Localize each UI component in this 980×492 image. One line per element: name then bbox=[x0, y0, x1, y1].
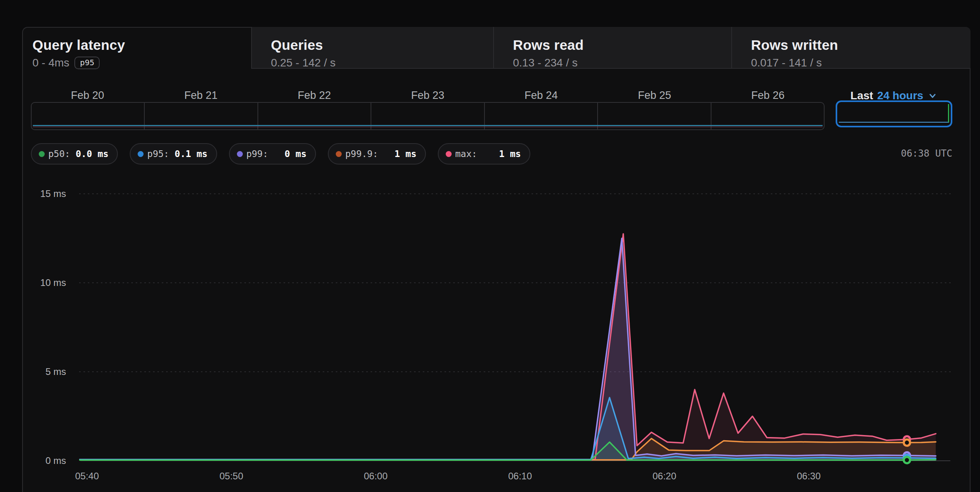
x-tick-label: 06:20 bbox=[653, 471, 676, 481]
legend-label: max: bbox=[455, 149, 477, 159]
date-label: Feb 20 bbox=[71, 89, 104, 102]
legend-pill-p50[interactable]: p50: 0.0 ms bbox=[31, 143, 118, 165]
series-marker-p99-9 bbox=[904, 439, 910, 446]
date-label: Feb 23 bbox=[411, 89, 444, 102]
range-sparkline-p95 bbox=[839, 122, 949, 123]
tab-title: Queries bbox=[271, 37, 493, 53]
tab-rows-read[interactable]: Rows read0.13 - 234 / s bbox=[493, 27, 731, 69]
current-time-label: 06:38 UTC bbox=[901, 148, 952, 159]
series-line-p99 bbox=[80, 238, 936, 460]
strip-sparkline-p95 bbox=[33, 125, 823, 126]
legend-pill-p95[interactable]: p95: 0.1 ms bbox=[130, 143, 217, 165]
y-tick-label: 0 ms bbox=[45, 455, 66, 466]
legend-value: 1 ms bbox=[477, 149, 521, 159]
legend-label: p50: bbox=[48, 149, 70, 159]
series-dot-icon bbox=[138, 151, 144, 157]
series-area-p99 bbox=[80, 238, 936, 461]
tab-queries[interactable]: Queries0.25 - 142 / s bbox=[251, 27, 493, 69]
y-tick-label: 5 ms bbox=[45, 366, 66, 377]
legend-label: p99: bbox=[246, 149, 268, 159]
x-tick-label: 05:50 bbox=[219, 471, 243, 481]
tab-rows-written[interactable]: Rows written0.017 - 141 / s bbox=[731, 27, 971, 69]
series-dot-icon bbox=[39, 151, 45, 157]
series-marker-p50 bbox=[904, 457, 910, 463]
chevron-down-icon bbox=[927, 91, 938, 101]
percentile-badge: p95 bbox=[74, 57, 100, 69]
x-tick-label: 06:10 bbox=[508, 471, 532, 481]
tab-subtitle: 0.017 - 141 / s bbox=[751, 57, 822, 69]
strip-sparkline-max bbox=[33, 127, 823, 127]
tab-title: Rows written bbox=[751, 37, 971, 53]
tab-subtitle: 0 - 4ms bbox=[32, 57, 69, 69]
x-tick-label: 06:30 bbox=[797, 471, 821, 481]
legend-pill-p99-9[interactable]: p99.9: 1 ms bbox=[328, 143, 426, 165]
legend-value: 0 ms bbox=[268, 149, 306, 159]
legend-value: 0.0 ms bbox=[70, 149, 108, 159]
y-tick-label: 15 ms bbox=[40, 188, 66, 199]
latency-chart[interactable]: 0 ms5 ms10 ms15 ms05:4005:5006:0006:1006… bbox=[0, 0, 980, 492]
series-dot-icon bbox=[336, 151, 342, 157]
date-range-strip[interactable] bbox=[31, 102, 825, 130]
date-label: Feb 25 bbox=[638, 89, 671, 102]
tab-subtitle: 0.13 - 234 / s bbox=[513, 57, 577, 69]
date-strip-labels: Feb 20Feb 21Feb 22Feb 23Feb 24Feb 25Feb … bbox=[31, 89, 825, 102]
legend-label: p99.9: bbox=[345, 149, 378, 159]
date-label: Feb 24 bbox=[524, 89, 558, 102]
selected-range-box[interactable] bbox=[836, 100, 952, 127]
date-label: Feb 21 bbox=[184, 89, 218, 102]
metrics-panel: Query latency0 - 4msp95Queries0.25 - 142… bbox=[0, 0, 980, 492]
date-label: Feb 22 bbox=[298, 89, 331, 102]
legend-pill-p99[interactable]: p99: 0 ms bbox=[229, 143, 316, 165]
legend-value: 1 ms bbox=[378, 149, 416, 159]
tab-title: Query latency bbox=[32, 37, 251, 53]
chart-legend: p50: 0.0 msp95: 0.1 msp99: 0 msp99.9: 1 … bbox=[31, 143, 530, 165]
x-tick-label: 06:00 bbox=[364, 471, 388, 481]
tab-query-latency[interactable]: Query latency0 - 4msp95 bbox=[22, 27, 251, 69]
series-dot-icon bbox=[446, 151, 452, 157]
series-area-max bbox=[80, 234, 936, 461]
x-tick-label: 05:40 bbox=[75, 471, 99, 481]
legend-label: p95: bbox=[147, 149, 169, 159]
date-label: Feb 26 bbox=[751, 89, 785, 102]
tab-bar: Query latency0 - 4msp95Queries0.25 - 142… bbox=[22, 27, 971, 69]
series-dot-icon bbox=[237, 151, 243, 157]
series-line-max bbox=[80, 234, 936, 460]
legend-pill-max[interactable]: max: 1 ms bbox=[438, 143, 530, 165]
tab-subtitle: 0.25 - 142 / s bbox=[271, 57, 335, 69]
y-tick-label: 10 ms bbox=[40, 277, 66, 288]
range-spike-tick bbox=[948, 104, 949, 122]
tab-title: Rows read bbox=[513, 37, 731, 53]
legend-value: 0.1 ms bbox=[169, 149, 208, 159]
